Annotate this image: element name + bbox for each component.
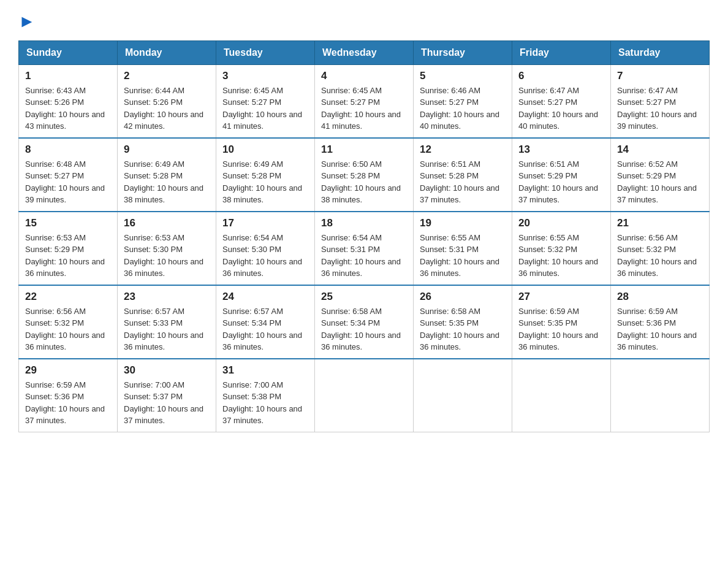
calendar-day-cell: 26 Sunrise: 6:58 AM Sunset: 5:35 PM Dayl… <box>414 285 512 359</box>
day-info: Sunrise: 7:00 AM Sunset: 5:38 PM Dayligh… <box>222 379 308 427</box>
calendar-day-cell: 13 Sunrise: 6:51 AM Sunset: 5:29 PM Dayl… <box>512 138 611 212</box>
day-number: 6 <box>518 70 604 82</box>
day-number: 26 <box>420 291 506 303</box>
column-header-thursday: Thursday <box>414 40 512 64</box>
day-info: Sunrise: 6:52 AM Sunset: 5:29 PM Dayligh… <box>617 158 703 206</box>
calendar-day-cell: 8 Sunrise: 6:48 AM Sunset: 5:27 PM Dayli… <box>19 138 118 212</box>
day-number: 19 <box>420 217 506 229</box>
day-info: Sunrise: 6:46 AM Sunset: 5:27 PM Dayligh… <box>420 85 506 132</box>
column-header-friday: Friday <box>512 40 611 64</box>
day-number: 14 <box>617 144 703 156</box>
day-number: 15 <box>25 217 111 229</box>
day-info: Sunrise: 6:47 AM Sunset: 5:27 PM Dayligh… <box>518 85 604 132</box>
calendar-week-row: 1 Sunrise: 6:43 AM Sunset: 5:26 PM Dayli… <box>19 64 710 138</box>
day-number: 8 <box>25 144 111 156</box>
calendar-header-row: SundayMondayTuesdayWednesdayThursdayFrid… <box>19 40 710 64</box>
day-info: Sunrise: 6:59 AM Sunset: 5:36 PM Dayligh… <box>25 379 111 427</box>
day-number: 13 <box>518 144 604 156</box>
day-info: Sunrise: 6:55 AM Sunset: 5:32 PM Dayligh… <box>518 232 604 280</box>
day-number: 3 <box>222 70 308 82</box>
calendar-day-cell: 16 Sunrise: 6:53 AM Sunset: 5:30 PM Dayl… <box>118 212 216 285</box>
calendar-week-row: 8 Sunrise: 6:48 AM Sunset: 5:27 PM Dayli… <box>19 138 710 212</box>
calendar-day-cell <box>315 359 414 432</box>
calendar-day-cell: 25 Sunrise: 6:58 AM Sunset: 5:34 PM Dayl… <box>315 285 414 359</box>
day-number: 30 <box>124 364 210 377</box>
calendar-day-cell: 21 Sunrise: 6:56 AM Sunset: 5:32 PM Dayl… <box>611 212 710 285</box>
calendar-day-cell: 1 Sunrise: 6:43 AM Sunset: 5:26 PM Dayli… <box>19 64 118 138</box>
day-number: 17 <box>222 217 308 229</box>
day-info: Sunrise: 6:44 AM Sunset: 5:26 PM Dayligh… <box>124 85 210 132</box>
day-info: Sunrise: 6:56 AM Sunset: 5:32 PM Dayligh… <box>25 305 111 353</box>
day-info: Sunrise: 6:49 AM Sunset: 5:28 PM Dayligh… <box>222 158 308 206</box>
day-info: Sunrise: 6:54 AM Sunset: 5:31 PM Dayligh… <box>321 232 407 280</box>
day-info: Sunrise: 6:51 AM Sunset: 5:29 PM Dayligh… <box>518 158 604 206</box>
calendar-day-cell: 9 Sunrise: 6:49 AM Sunset: 5:28 PM Dayli… <box>118 138 216 212</box>
calendar-day-cell: 27 Sunrise: 6:59 AM Sunset: 5:35 PM Dayl… <box>512 285 611 359</box>
calendar-day-cell: 19 Sunrise: 6:55 AM Sunset: 5:31 PM Dayl… <box>414 212 512 285</box>
day-info: Sunrise: 6:47 AM Sunset: 5:27 PM Dayligh… <box>617 85 703 132</box>
day-info: Sunrise: 6:59 AM Sunset: 5:36 PM Dayligh… <box>617 305 703 353</box>
column-header-tuesday: Tuesday <box>216 40 315 64</box>
calendar-day-cell: 22 Sunrise: 6:56 AM Sunset: 5:32 PM Dayl… <box>19 285 118 359</box>
calendar-day-cell: 31 Sunrise: 7:00 AM Sunset: 5:38 PM Dayl… <box>216 359 315 432</box>
day-number: 31 <box>222 364 308 377</box>
day-info: Sunrise: 6:45 AM Sunset: 5:27 PM Dayligh… <box>222 85 308 132</box>
day-number: 23 <box>124 291 210 303</box>
day-number: 22 <box>25 291 111 303</box>
column-header-wednesday: Wednesday <box>315 40 414 64</box>
day-number: 21 <box>617 217 703 229</box>
calendar-week-row: 29 Sunrise: 6:59 AM Sunset: 5:36 PM Dayl… <box>19 359 710 432</box>
day-number: 9 <box>124 144 210 156</box>
calendar-day-cell: 15 Sunrise: 6:53 AM Sunset: 5:29 PM Dayl… <box>19 212 118 285</box>
day-number: 1 <box>25 70 111 82</box>
day-info: Sunrise: 6:56 AM Sunset: 5:32 PM Dayligh… <box>617 232 703 280</box>
calendar-day-cell: 5 Sunrise: 6:46 AM Sunset: 5:27 PM Dayli… <box>414 64 512 138</box>
calendar-day-cell: 30 Sunrise: 7:00 AM Sunset: 5:37 PM Dayl… <box>118 359 216 432</box>
column-header-monday: Monday <box>118 40 216 64</box>
calendar-day-cell: 14 Sunrise: 6:52 AM Sunset: 5:29 PM Dayl… <box>611 138 710 212</box>
calendar-day-cell <box>512 359 611 432</box>
logo: ► <box>18 12 36 28</box>
day-number: 29 <box>25 364 111 377</box>
calendar-day-cell: 3 Sunrise: 6:45 AM Sunset: 5:27 PM Dayli… <box>216 64 315 138</box>
day-number: 12 <box>420 144 506 156</box>
day-number: 24 <box>222 291 308 303</box>
day-number: 28 <box>617 291 703 303</box>
day-info: Sunrise: 6:55 AM Sunset: 5:31 PM Dayligh… <box>420 232 506 280</box>
day-info: Sunrise: 6:43 AM Sunset: 5:26 PM Dayligh… <box>25 85 111 132</box>
day-info: Sunrise: 6:53 AM Sunset: 5:29 PM Dayligh… <box>25 232 111 280</box>
day-info: Sunrise: 6:51 AM Sunset: 5:28 PM Dayligh… <box>420 158 506 206</box>
calendar-day-cell: 4 Sunrise: 6:45 AM Sunset: 5:27 PM Dayli… <box>315 64 414 138</box>
day-info: Sunrise: 6:50 AM Sunset: 5:28 PM Dayligh… <box>321 158 407 206</box>
day-info: Sunrise: 6:59 AM Sunset: 5:35 PM Dayligh… <box>518 305 604 353</box>
day-number: 2 <box>124 70 210 82</box>
calendar-day-cell <box>611 359 710 432</box>
day-info: Sunrise: 6:58 AM Sunset: 5:35 PM Dayligh… <box>420 305 506 353</box>
column-header-saturday: Saturday <box>611 40 710 64</box>
day-info: Sunrise: 6:49 AM Sunset: 5:28 PM Dayligh… <box>124 158 210 206</box>
calendar-table: SundayMondayTuesdayWednesdayThursdayFrid… <box>18 40 710 432</box>
calendar-week-row: 15 Sunrise: 6:53 AM Sunset: 5:29 PM Dayl… <box>19 212 710 285</box>
day-number: 25 <box>321 291 407 303</box>
calendar-day-cell <box>414 359 512 432</box>
day-number: 20 <box>518 217 604 229</box>
day-number: 18 <box>321 217 407 229</box>
day-info: Sunrise: 6:45 AM Sunset: 5:27 PM Dayligh… <box>321 85 407 132</box>
logo-arrow-icon: ► <box>18 12 36 31</box>
calendar-day-cell: 28 Sunrise: 6:59 AM Sunset: 5:36 PM Dayl… <box>611 285 710 359</box>
calendar-day-cell: 11 Sunrise: 6:50 AM Sunset: 5:28 PM Dayl… <box>315 138 414 212</box>
day-number: 11 <box>321 144 407 156</box>
calendar-day-cell: 17 Sunrise: 6:54 AM Sunset: 5:30 PM Dayl… <box>216 212 315 285</box>
calendar-day-cell: 6 Sunrise: 6:47 AM Sunset: 5:27 PM Dayli… <box>512 64 611 138</box>
calendar-day-cell: 24 Sunrise: 6:57 AM Sunset: 5:34 PM Dayl… <box>216 285 315 359</box>
calendar-day-cell: 20 Sunrise: 6:55 AM Sunset: 5:32 PM Dayl… <box>512 212 611 285</box>
page-header: ► <box>18 12 710 28</box>
calendar-day-cell: 12 Sunrise: 6:51 AM Sunset: 5:28 PM Dayl… <box>414 138 512 212</box>
day-info: Sunrise: 6:53 AM Sunset: 5:30 PM Dayligh… <box>124 232 210 280</box>
day-number: 10 <box>222 144 308 156</box>
day-number: 27 <box>518 291 604 303</box>
day-info: Sunrise: 6:57 AM Sunset: 5:34 PM Dayligh… <box>222 305 308 353</box>
day-number: 7 <box>617 70 703 82</box>
day-info: Sunrise: 6:54 AM Sunset: 5:30 PM Dayligh… <box>222 232 308 280</box>
day-info: Sunrise: 7:00 AM Sunset: 5:37 PM Dayligh… <box>124 379 210 427</box>
